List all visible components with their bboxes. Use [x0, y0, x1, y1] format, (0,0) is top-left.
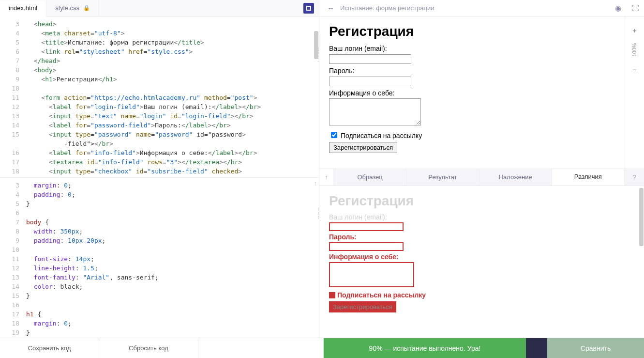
diff-heading: Регистрация [329, 191, 479, 211]
diff-info-label: Информация о себе: [329, 252, 479, 262]
editor-tabs: index.html style.css🔒 [0, 0, 319, 16]
form-heading: Регистрация [329, 21, 615, 42]
diff-pane: Регистрация Ваш логин (email): Пароль: И… [319, 186, 644, 338]
tab-style-css[interactable]: style.css🔒 [46, 0, 99, 16]
login-input[interactable] [329, 54, 411, 64]
diff-password-label: Пароль: [329, 232, 479, 242]
html-panel-label: HTML [317, 46, 319, 62]
html-code[interactable]: <head> <meta charset="utf-8"> <title>Исп… [24, 16, 319, 177]
status-divider [526, 338, 547, 358]
status-bar: 90% — испытание выполнено. Ура! [324, 338, 526, 358]
preview-header: ↔ Испытание: форма регистрации ◉ ⛶ [319, 0, 644, 16]
password-label: Пароль: [329, 66, 615, 76]
diff-submit: Зарегистрироваться [329, 301, 396, 313]
resize-icon[interactable]: ↔ [321, 4, 340, 12]
diff-login-box [329, 222, 404, 231]
save-code-button[interactable]: Сохранить код [0, 338, 99, 358]
html-gutter: 3456789101112131415161718 [0, 16, 24, 177]
zoom-in-icon[interactable]: + [632, 26, 637, 34]
css-code[interactable]: margin: 0; padding: 0; } body { width: 3… [24, 178, 319, 338]
diff-login-label: Ваш логин (email): [329, 212, 479, 222]
result-help[interactable]: ? [625, 169, 644, 186]
reset-code-button[interactable]: Сбросить код [99, 338, 198, 358]
preview-pane: Регистрация Ваш логин (email): Пароль: И… [319, 16, 625, 169]
login-label: Ваш логин (email): [329, 44, 615, 54]
info-textarea[interactable] [329, 98, 421, 125]
diff-info-box [329, 262, 414, 287]
submit-button[interactable]: Зарегистрироваться [329, 142, 397, 153]
footer: Сохранить код Сбросить код 90% — испытан… [0, 338, 644, 358]
html-editor[interactable]: 3456789101112131415161718 <head> <meta c… [0, 16, 319, 177]
zoom-level: 100% [631, 43, 637, 57]
tab-index-html[interactable]: index.html [0, 0, 46, 16]
info-label: Информация о себе: [329, 88, 615, 98]
compare-button[interactable]: Сравнить [547, 338, 644, 358]
css-panel-label: CSS [317, 207, 319, 219]
layout-toggle-button[interactable] [303, 3, 314, 14]
subscribe-checkbox[interactable] [331, 132, 337, 138]
result-tabs: ↑ Образец Результат Наложение Различия ? [319, 169, 644, 186]
diff-scrollbar[interactable] [639, 188, 644, 246]
expand-panel-icon[interactable]: ↑ [314, 180, 317, 187]
diff-checkbox [329, 292, 335, 298]
diff-password-box [329, 242, 404, 251]
collapse-result-icon[interactable]: ↑ [319, 169, 334, 186]
preview-title: Испытание: форма регистрации [340, 4, 609, 12]
css-editor[interactable]: ↑ 34567891011121314151617181920 margin: … [0, 177, 319, 338]
password-input[interactable] [329, 77, 411, 86]
fullscreen-icon[interactable]: ⛶ [627, 4, 644, 12]
subscribe-row[interactable]: Подписаться на рассылку [329, 130, 615, 141]
diff-subscribe-label: Подписаться на рассылку [337, 291, 426, 299]
result-tab-diff[interactable]: Различия [552, 169, 625, 186]
zoom-out-icon[interactable]: − [632, 65, 637, 74]
result-tab-overlay[interactable]: Наложение [479, 169, 552, 186]
preview-side-tools: + 100% − [625, 16, 644, 169]
lock-icon: 🔒 [83, 5, 90, 11]
result-tab-result[interactable]: Результат [406, 169, 479, 186]
run-icon[interactable]: ◉ [609, 4, 627, 13]
result-tab-sample[interactable]: Образец [334, 169, 406, 186]
css-gutter: 34567891011121314151617181920 [0, 178, 24, 338]
